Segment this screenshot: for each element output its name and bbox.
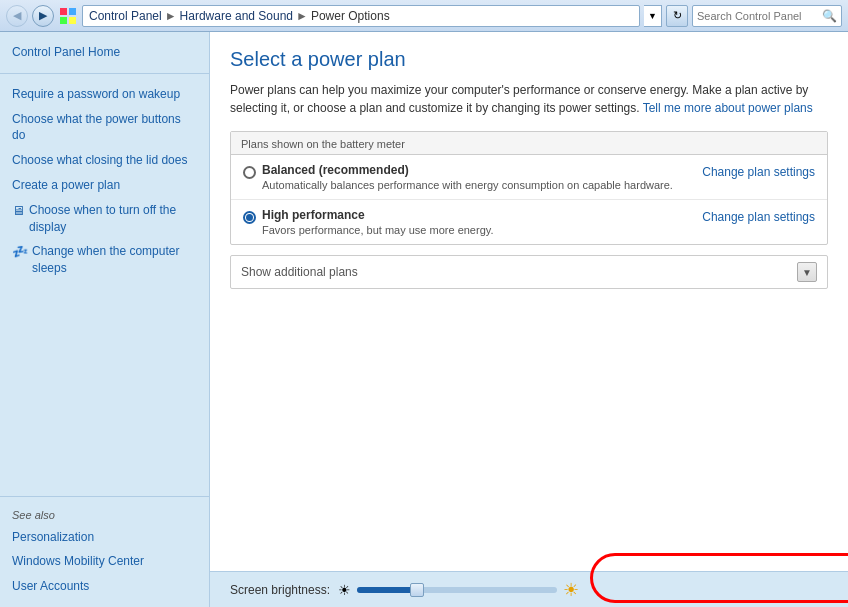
windows-logo-icon: [58, 6, 78, 26]
sidebar-item-mobility-center[interactable]: Windows Mobility Center: [0, 549, 209, 574]
brightness-thumb[interactable]: [410, 583, 424, 597]
forward-button[interactable]: ▶: [32, 5, 54, 27]
sidebar-label-require-password: Require a password on wakeup: [12, 86, 180, 103]
plans-section: Plans shown on the battery meter Balance…: [230, 131, 828, 245]
sidebar-label-mobility-center: Windows Mobility Center: [12, 553, 144, 570]
sidebar-item-user-accounts[interactable]: User Accounts: [0, 574, 209, 599]
display-icon: 🖥: [12, 202, 25, 220]
sidebar-label-home: Control Panel Home: [12, 44, 120, 61]
plan-balanced-name: Balanced (recommended): [262, 163, 673, 177]
refresh-button[interactable]: ↻: [666, 5, 688, 27]
title-bar: ◀ ▶ Control Panel ► Hardware and Sound ►…: [0, 0, 848, 32]
plan-balanced: Balanced (recommended) Automatically bal…: [231, 155, 827, 200]
sidebar-nav: Control Panel Home Require a password on…: [0, 40, 209, 488]
svg-rect-1: [69, 8, 76, 15]
breadcrumb-hardware[interactable]: Hardware and Sound: [180, 9, 293, 23]
plan-high-performance-change-link[interactable]: Change plan settings: [702, 210, 815, 224]
sidebar-label-closing-lid: Choose what closing the lid does: [12, 152, 187, 169]
content-area: Select a power plan Power plans can help…: [210, 32, 848, 607]
sidebar-divider-1: [0, 73, 209, 74]
sidebar-label-create-plan: Create a power plan: [12, 177, 120, 194]
sidebar-label-power-buttons: Choose what the power buttons do: [12, 111, 197, 145]
sleep-icon: 💤: [12, 243, 28, 261]
sidebar-label-personalization: Personalization: [12, 529, 94, 546]
plan-high-performance: High performance Favors performance, but…: [231, 200, 827, 244]
sidebar: Control Panel Home Require a password on…: [0, 32, 210, 607]
sidebar-item-turn-off-display[interactable]: 🖥 Choose when to turn off the display: [0, 198, 209, 240]
plan-high-performance-name: High performance: [262, 208, 494, 222]
plan-high-performance-desc: Favors performance, but may use more ene…: [262, 224, 494, 236]
breadcrumb-dropdown[interactable]: ▼: [644, 5, 662, 27]
sun-small-icon: ☀: [338, 582, 351, 598]
brightness-label: Screen brightness:: [230, 583, 330, 597]
intro-link[interactable]: Tell me more about power plans: [643, 101, 813, 115]
brightness-slider[interactable]: [357, 587, 557, 593]
additional-plans-toggle[interactable]: Show additional plans ▼: [230, 255, 828, 289]
brightness-slider-fill: [357, 587, 417, 593]
plan-high-performance-radio[interactable]: [243, 211, 256, 224]
svg-rect-2: [60, 17, 67, 24]
sidebar-item-power-buttons[interactable]: Choose what the power buttons do: [0, 107, 209, 149]
sidebar-item-closing-lid[interactable]: Choose what closing the lid does: [0, 148, 209, 173]
search-input[interactable]: [697, 10, 822, 22]
plans-header: Plans shown on the battery meter: [231, 132, 827, 155]
sidebar-item-create-plan[interactable]: Create a power plan: [0, 173, 209, 198]
svg-rect-0: [60, 8, 67, 15]
plan-balanced-change-link[interactable]: Change plan settings: [702, 165, 815, 179]
sidebar-item-computer-sleeps[interactable]: 💤 Change when the computer sleeps: [0, 239, 209, 281]
sun-large-icon: ☀: [563, 579, 579, 601]
sidebar-item-require-password[interactable]: Require a password on wakeup: [0, 82, 209, 107]
sidebar-label-computer-sleeps: Change when the computer sleeps: [32, 243, 197, 277]
breadcrumb-control-panel[interactable]: Control Panel: [89, 9, 162, 23]
see-also-label: See also: [0, 505, 209, 525]
sidebar-divider-2: [0, 496, 209, 497]
search-box[interactable]: 🔍: [692, 5, 842, 27]
page-title: Select a power plan: [230, 48, 828, 71]
chevron-down-icon: ▼: [797, 262, 817, 282]
brightness-bar: Screen brightness: ☀ ☀: [210, 571, 848, 607]
additional-plans-label: Show additional plans: [241, 265, 358, 279]
main-layout: Control Panel Home Require a password on…: [0, 32, 848, 607]
sidebar-label-turn-off-display: Choose when to turn off the display: [29, 202, 197, 236]
back-button[interactable]: ◀: [6, 5, 28, 27]
breadcrumb-bar: Control Panel ► Hardware and Sound ► Pow…: [82, 5, 640, 27]
sidebar-item-personalization[interactable]: Personalization: [0, 525, 209, 550]
plan-balanced-radio[interactable]: [243, 166, 256, 179]
sidebar-item-home[interactable]: Control Panel Home: [0, 40, 209, 65]
search-icon: 🔍: [822, 9, 837, 23]
breadcrumb-current: Power Options: [311, 9, 390, 23]
sidebar-label-user-accounts: User Accounts: [12, 578, 89, 595]
intro-text: Power plans can help you maximize your c…: [230, 81, 828, 117]
see-also-section: See also Personalization Windows Mobilit…: [0, 488, 209, 599]
plan-balanced-desc: Automatically balances performance with …: [262, 179, 673, 191]
svg-rect-3: [69, 17, 76, 24]
